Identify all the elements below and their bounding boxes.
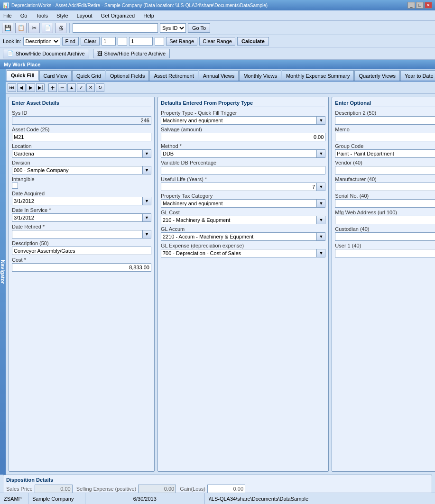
range-stepper[interactable]	[118, 37, 127, 46]
asset-code-input[interactable]	[12, 133, 151, 141]
toolbar-save-btn[interactable]: 💾	[2, 23, 13, 33]
memo-field: ▼	[335, 133, 435, 141]
menu-layout[interactable]: Layout	[75, 12, 94, 19]
prop-tax-cat-dropdown-btn[interactable]: ▼	[317, 199, 325, 208]
find-button[interactable]: Find	[62, 37, 79, 46]
pic-archive-button[interactable]: 🖼 Show/Hide Picture Archive	[93, 49, 170, 58]
division-dropdown-btn[interactable]: ▼	[143, 166, 151, 174]
user1-input[interactable]	[335, 249, 435, 257]
property-type-dropdown-btn[interactable]: ▼	[317, 116, 325, 125]
lookin-select[interactable]: Description	[23, 37, 60, 46]
doc-archive-button[interactable]: 📄 Show/Hide Document Archive	[3, 49, 89, 58]
description-input[interactable]	[12, 247, 151, 255]
date-retired-dropdown-btn[interactable]: ▼	[143, 230, 151, 238]
date-in-service-field: ▼	[12, 213, 151, 222]
nav-up-button[interactable]: ▲	[67, 83, 76, 92]
gl-expense-input[interactable]	[161, 249, 317, 257]
tab-quarterly-views[interactable]: Quarterly Views	[354, 70, 399, 81]
menu-go[interactable]: Go	[19, 12, 29, 19]
manufacturer-input[interactable]	[335, 183, 435, 191]
menu-file[interactable]: File	[2, 12, 13, 19]
sys-id-type-select[interactable]: Sys ID	[160, 23, 186, 33]
custodian-input[interactable]	[335, 232, 435, 241]
window-controls: _ □ ✕	[407, 2, 432, 9]
tab-monthly-expense[interactable]: Monthly Expense Summary	[282, 70, 354, 81]
method-dropdown-btn[interactable]: ▼	[317, 149, 325, 158]
nav-x-button[interactable]: ✕	[86, 83, 95, 92]
nav-check-button[interactable]: ✓	[77, 83, 85, 92]
cost-input[interactable]	[12, 263, 151, 272]
clear-range-button[interactable]: Clear Range	[199, 37, 235, 46]
memo-input[interactable]	[335, 133, 435, 141]
calculate-button[interactable]: Calculate	[237, 37, 269, 46]
tab-year-to-date[interactable]: Year to Date Vie...	[400, 70, 435, 81]
date-in-service-dropdown-btn[interactable]: ▼	[143, 213, 151, 222]
gl-cost-input[interactable]	[161, 216, 317, 224]
tab-quick-grid[interactable]: Quick Grid	[72, 70, 105, 81]
method-input[interactable]	[161, 149, 317, 158]
clear-button[interactable]: Clear	[81, 37, 100, 46]
menu-help[interactable]: Help	[142, 12, 156, 19]
minimize-button[interactable]: _	[407, 2, 415, 9]
nav-refresh-button[interactable]: ↻	[96, 83, 104, 92]
maximize-button[interactable]: □	[416, 2, 424, 9]
range-from-input[interactable]	[102, 37, 116, 46]
prop-tax-cat-input[interactable]	[161, 199, 317, 208]
location-input[interactable]	[12, 149, 143, 158]
close-button[interactable]: ✕	[425, 2, 432, 9]
tab-monthly-views[interactable]: Monthly Views	[239, 70, 281, 81]
gl-accum-dropdown-btn[interactable]: ▼	[317, 232, 325, 241]
set-range-button[interactable]: Set Range	[166, 37, 197, 46]
nav-first-button[interactable]: ⏮	[8, 83, 16, 92]
manufacturer-group: Manufacturer (40) ▼	[335, 176, 435, 191]
nav-next-button[interactable]: ▶	[27, 83, 35, 92]
variable-db-input[interactable]	[161, 166, 325, 174]
useful-life-input[interactable]	[161, 183, 317, 191]
vendor-input[interactable]	[335, 166, 435, 174]
nav-prev-button[interactable]: ◀	[17, 83, 26, 92]
tab-card-view[interactable]: Card View	[39, 70, 72, 81]
property-type-input[interactable]	[161, 116, 317, 125]
range-to-input[interactable]	[129, 37, 153, 46]
toolbar-cut-btn[interactable]: ✂	[28, 23, 40, 33]
desc2-input[interactable]	[335, 116, 435, 125]
tab-annual-views[interactable]: Annual Views	[199, 70, 239, 81]
gl-cost-dropdown-btn[interactable]: ▼	[317, 216, 325, 224]
location-dropdown-btn[interactable]: ▼	[143, 149, 151, 158]
toolbar-copy-btn[interactable]: 📋	[15, 23, 27, 33]
range-to-stepper[interactable]	[155, 37, 164, 46]
property-type-group: Property Type - Quick Fill Trigger ▼	[161, 110, 325, 125]
gl-expense-dropdown-btn[interactable]: ▼	[317, 249, 325, 257]
mfg-web-input[interactable]	[335, 216, 435, 224]
group-code-input[interactable]	[335, 149, 435, 158]
menu-tools[interactable]: Tools	[34, 12, 49, 19]
tab-asset-retirement[interactable]: Asset Retirement	[149, 70, 198, 81]
nav-add-button[interactable]: +	[48, 83, 57, 92]
date-retired-input[interactable]	[12, 230, 143, 238]
useful-life-dropdown-btn[interactable]: ▼	[317, 183, 325, 191]
toolbar-new-btn[interactable]: 📄	[42, 23, 53, 33]
date-acquired-dropdown-btn[interactable]: ▼	[143, 197, 151, 205]
division-input[interactable]	[12, 166, 143, 174]
navigator-sidebar[interactable]: Navigator	[0, 69, 6, 475]
date-in-service-input[interactable]	[12, 213, 143, 222]
tab-quick-fill[interactable]: Quick Fill	[7, 70, 39, 81]
date-acquired-input[interactable]	[12, 197, 143, 205]
tab-optional-fields[interactable]: Optional Fields	[106, 70, 149, 81]
gl-accum-field: ▼	[161, 232, 325, 241]
menu-style[interactable]: Style	[55, 12, 69, 19]
sys-id-search-input[interactable]	[73, 23, 158, 33]
nav-delete-button[interactable]: −	[58, 83, 66, 92]
intangible-checkbox[interactable]	[12, 183, 18, 189]
salvage-input[interactable]	[161, 133, 325, 141]
menu-get-organized[interactable]: Get Organized	[100, 12, 137, 19]
serial-input[interactable]	[335, 199, 435, 208]
sys-id-input[interactable]	[12, 116, 151, 125]
selling-expense-input	[138, 485, 176, 493]
date-retired-group: Date Retired * ▼	[12, 224, 151, 238]
toolbar-separator	[69, 23, 70, 33]
goto-button[interactable]: Go To	[188, 23, 210, 33]
toolbar-print-btn[interactable]: 🖨	[55, 23, 66, 33]
nav-last-button[interactable]: ▶|	[36, 83, 45, 92]
gl-accum-input[interactable]	[161, 232, 317, 241]
